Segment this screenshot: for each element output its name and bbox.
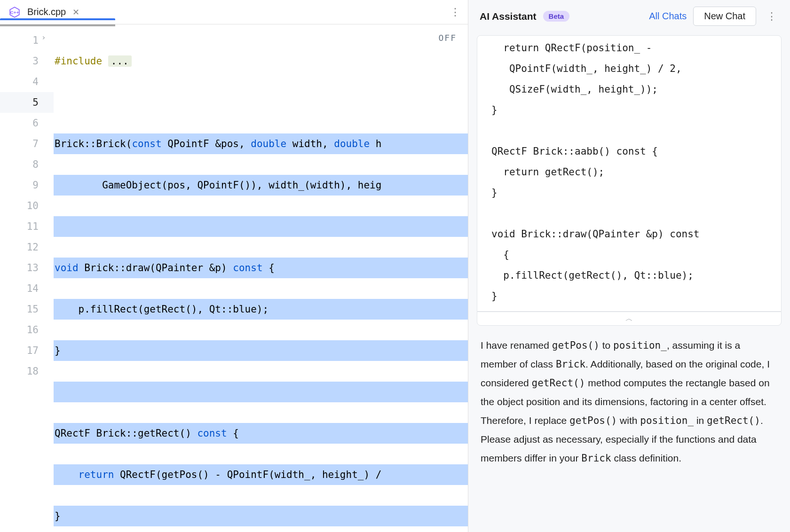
cpp-file-icon: C++ xyxy=(8,6,21,18)
line-number: 16 xyxy=(27,324,39,336)
keyword: void xyxy=(55,262,79,274)
keyword: return xyxy=(55,469,114,480)
tab-close-icon[interactable]: ✕ xyxy=(72,7,79,17)
line-number: 6 xyxy=(32,117,39,129)
code-text: Brick::draw(QPainter &p) xyxy=(79,262,233,274)
line-number: 14 xyxy=(27,283,39,294)
beta-badge: Beta xyxy=(543,11,570,22)
reply-segment: with xyxy=(617,415,640,426)
line-number: 15 xyxy=(27,304,39,315)
line-number-current: 5 xyxy=(0,92,54,113)
reply-code: getRect() xyxy=(532,377,585,389)
code-text: { xyxy=(227,428,239,439)
reply-code: getPos() xyxy=(569,415,617,426)
tab-bar-kebab[interactable]: ⋮ xyxy=(443,6,468,18)
ai-assistant-pane: AI Assistant Beta All Chats New Chat ⋮ r… xyxy=(468,0,790,532)
reply-code: position_ xyxy=(640,415,694,426)
code-text: Brick::Brick( xyxy=(55,138,132,149)
line-number: 12 xyxy=(27,242,39,253)
svg-text:C++: C++ xyxy=(10,10,19,15)
chevron-up-icon: ︿ xyxy=(625,314,633,324)
keyword: double xyxy=(251,138,286,149)
reply-segment: I have renamed xyxy=(481,340,552,351)
keyword: const xyxy=(132,138,161,149)
code-text: QRectF(getPos() - QPointF(width_, height… xyxy=(114,469,381,480)
ai-reply-text: I have renamed getPos() to position_, as… xyxy=(477,326,782,468)
line-number: 9 xyxy=(32,180,39,191)
ai-suggested-code[interactable]: return QRectF(position_ - QPointF(width_… xyxy=(477,35,782,312)
reply-segment: in xyxy=(694,415,707,426)
code-text: p.fillRect(getRect(), Qt::blue); xyxy=(55,304,269,315)
reply-segment: class definition. xyxy=(611,453,681,463)
reply-code: getPos() xyxy=(552,340,600,351)
line-number: 18 xyxy=(27,366,39,377)
code-text: QPointF &pos, xyxy=(162,138,251,149)
line-number: 10 xyxy=(27,200,39,211)
code-text: h xyxy=(370,138,381,149)
line-number: 3 xyxy=(32,55,39,67)
code-text: QRectF Brick::getRect() xyxy=(55,428,197,439)
line-number: 1 xyxy=(32,35,39,46)
reply-segment: . xyxy=(760,415,763,426)
editor-content[interactable]: #include ... Brick::Brick(const QPointF … xyxy=(54,26,468,532)
fold-chevron-icon[interactable]: › xyxy=(41,33,46,42)
code-text: { xyxy=(263,262,275,274)
line-number: 11 xyxy=(27,221,39,232)
line-number: 8 xyxy=(32,159,39,170)
reply-code: getRect() xyxy=(707,415,760,426)
line-number: 4 xyxy=(32,76,39,87)
new-chat-button[interactable]: New Chat xyxy=(693,7,756,26)
code-text: } xyxy=(55,345,61,356)
line-number: 17 xyxy=(27,345,39,356)
code-text: GameObject(pos, QPointF()), width_(width… xyxy=(55,180,381,191)
ai-title: AI Assistant xyxy=(480,11,537,22)
keyword: const xyxy=(233,262,262,274)
keyword: double xyxy=(334,138,370,149)
line-number: 7 xyxy=(32,138,39,149)
all-chats-link[interactable]: All Chats xyxy=(649,11,687,22)
include-directive: #include xyxy=(55,55,102,67)
ai-kebab-icon[interactable]: ⋮ xyxy=(763,10,781,23)
editor-pane: C++ Brick.cpp ✕ ⋮ › OFF 1 3 4 5 6 7 8 xyxy=(0,0,468,532)
reply-code: Brick xyxy=(581,453,611,464)
ai-chat-body[interactable]: return QRectF(position_ - QPointF(width_… xyxy=(468,35,790,532)
ai-code-collapse-handle[interactable]: ︿ xyxy=(477,312,782,326)
folded-region[interactable]: ... xyxy=(108,55,132,67)
code-text: width, xyxy=(286,138,334,149)
keyword: const xyxy=(197,428,227,439)
tab-brick-cpp[interactable]: C++ Brick.cpp ✕ xyxy=(0,6,88,18)
tab-bar: C++ Brick.cpp ✕ ⋮ xyxy=(0,0,468,24)
tab-filename: Brick.cpp xyxy=(27,7,66,17)
reply-code: Brick xyxy=(556,359,585,370)
line-number: 13 xyxy=(27,262,39,274)
ai-header: AI Assistant Beta All Chats New Chat ⋮ xyxy=(468,0,790,35)
line-gutter: 1 3 4 5 6 7 8 9 10 11 12 13 14 15 16 17 … xyxy=(0,26,54,532)
reply-segment: to xyxy=(600,340,613,351)
tab-active-underline xyxy=(0,18,115,20)
code-text: } xyxy=(55,510,61,522)
reply-code: position_ xyxy=(613,340,667,351)
